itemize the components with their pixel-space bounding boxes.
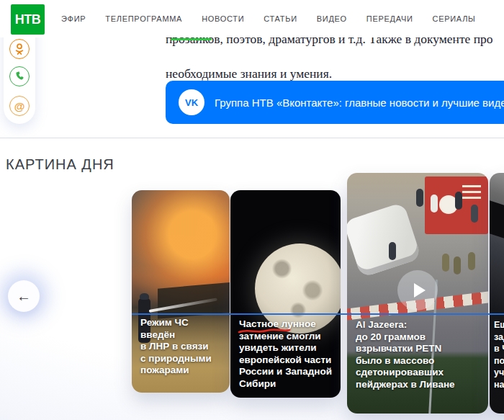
top-navbar: НТВ ЭФИР ТЕЛЕПРОГРАММА НОВОСТИ СТАТЬИ ВИ… [0, 0, 504, 37]
section-divider [0, 138, 504, 138]
section-title: КАРТИНА ДНЯ [6, 156, 114, 173]
left-arrow-icon: ← [17, 288, 31, 305]
news-card-pagers[interactable]: Al Jazeera: до 20 граммов взрывчатки PET… [347, 173, 488, 414]
news-card-fire[interactable]: Режим ЧС введён в ЛНР в связи с природны… [132, 190, 230, 393]
vk-group-banner[interactable]: VK Группа НТВ «Вконтакте»: главные новос… [166, 81, 504, 124]
person-shape [431, 195, 438, 213]
page: прозаиков, поэтов, драматургов и т.д. Та… [0, 0, 504, 420]
nav-item-serialy[interactable]: СЕРИАЛЫ [433, 14, 476, 23]
play-button[interactable] [397, 270, 438, 310]
email-share-icon[interactable]: @ [9, 96, 30, 116]
nav-item-peredachi[interactable]: ПЕРЕДАЧИ [366, 14, 413, 23]
soldier-shape [468, 252, 475, 270]
white-car-shape [347, 202, 422, 277]
nav-item-video[interactable]: ВИДЕО [317, 14, 347, 23]
main-nav: ЭФИР ТЕЛЕПРОГРАММА НОВОСТИ СТАТЬИ ВИДЕО … [61, 0, 476, 37]
card-caption: Режим ЧС введён в ЛНР в связи с природны… [132, 317, 230, 377]
soldier-shape [442, 254, 449, 272]
person-shape [389, 242, 396, 260]
nav-item-efir[interactable]: ЭФИР [61, 14, 86, 23]
nav-item-novosti[interactable]: НОВОСТИ [202, 14, 244, 23]
person-shape [416, 189, 423, 207]
person-shape [455, 192, 462, 210]
news-card-moon[interactable]: Частное лунное затмение смогли увидеть ж… [230, 190, 341, 398]
green-spellcheck-underline [171, 38, 212, 40]
odnoklassniki-icon[interactable] [9, 39, 30, 59]
vk-icon: VK [179, 89, 204, 115]
card-caption: Ещё заде в Че посл учен на с [490, 319, 504, 390]
vk-banner-text: Группа НТВ «Вконтакте»: главные новости … [215, 97, 504, 109]
whatsapp-icon[interactable] [9, 66, 30, 86]
soldier-shape [454, 256, 461, 274]
nav-item-teleprogramma[interactable]: ТЕЛЕПРОГРАММА [105, 14, 182, 23]
carousel-prev-button[interactable]: ← [8, 280, 40, 312]
nav-item-stati[interactable]: СТАТЬИ [264, 14, 297, 23]
person-shape [471, 205, 478, 223]
card-caption: Al Jazeera: до 20 граммов взрывчатки PET… [347, 319, 488, 390]
awning-shape [490, 200, 504, 247]
article-text-line: необходимые знания и умения. [166, 66, 504, 81]
red-underline-annotation [238, 328, 291, 335]
ntv-logo[interactable]: НТВ [11, 4, 45, 35]
at-glyph: @ [14, 100, 25, 112]
news-card-next-clipped[interactable]: Ещё заде в Че посл учен на с [490, 173, 504, 414]
carousel-accent-line [132, 313, 504, 315]
play-icon [414, 283, 426, 298]
